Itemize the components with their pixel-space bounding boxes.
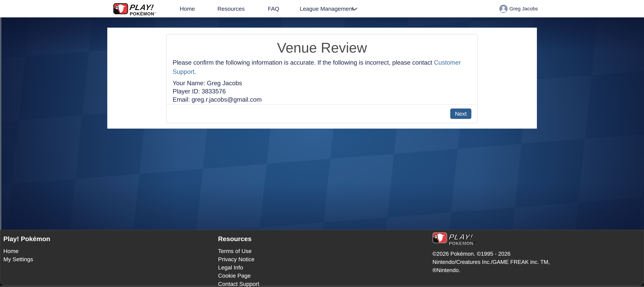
confirmation-message: Please confirm the following information… (173, 58, 471, 76)
footer-link-privacy-notice[interactable]: Privacy Notice (218, 255, 259, 263)
next-button[interactable]: Next (450, 108, 471, 119)
footer-link-contact-support[interactable]: Contact Support (218, 280, 259, 287)
footer-logo-play-text: PLAY! (448, 233, 474, 241)
play-pokemon-logo-icon (113, 3, 128, 15)
footer-heading-resources: Resources (218, 235, 259, 243)
card-footer: Next (166, 104, 478, 123)
content-container: Venue Review Please confirm the followin… (107, 28, 537, 129)
copyright-notice: ©2026 Pokémon. ©1995 - 2026 Nintendo/Cre… (432, 250, 550, 274)
venue-review-card: Venue Review Please confirm the followin… (166, 34, 478, 123)
footer-column-legal: PLAY! POKÉMON™ ©2026 Pokémon. ©1995 - 20… (432, 230, 550, 274)
confirmation-text: Please confirm the following information… (173, 59, 434, 66)
confirmation-text-suffix: . (194, 68, 196, 75)
nav-item-league-management[interactable]: League Management (300, 5, 354, 12)
window-edge-decoration (0, 17, 1, 230)
nav-item-faq[interactable]: FAQ (268, 5, 279, 12)
footer-logo-tm-mark: ™ (474, 242, 476, 244)
copyright-line-3: ®Nintendo. (432, 266, 550, 274)
bottom-edge-decoration (0, 286, 644, 287)
play-pokemon-wordmark: PLAY! POKÉMON™ (130, 3, 156, 16)
page-title: Venue Review (166, 39, 478, 56)
player-id-line: Player ID: 3833576 (173, 87, 471, 95)
logo-play-text: PLAY! (129, 3, 154, 11)
page-footer: Play! Pokémon Home My Settings Resources… (0, 230, 644, 286)
footer-play-pokemon-logo-icon (432, 232, 447, 244)
footer-link-legal-info[interactable]: Legal Info (218, 263, 259, 272)
player-name-line: Your Name: Greg Jacobs (173, 79, 471, 87)
nav-item-resources[interactable]: Resources (218, 5, 245, 12)
user-menu[interactable]: Greg Jacobs (499, 4, 538, 13)
top-navigation-bar: PLAY! POKÉMON™ Home Resources FAQ League… (0, 0, 644, 17)
user-name-label: Greg Jacobs (510, 6, 538, 11)
copyright-line-1: ©2026 Pokémon. ©1995 - 2026 (432, 250, 550, 258)
play-pokemon-logo[interactable]: PLAY! POKÉMON™ (113, 3, 164, 14)
footer-link-terms-of-use[interactable]: Terms of Use (218, 247, 259, 255)
footer-column-resources: Resources Terms of Use Privacy Notice Le… (218, 230, 259, 287)
page: PLAY! POKÉMON™ Home Resources FAQ League… (0, 0, 644, 287)
footer-column-play-pokemon: Play! Pokémon Home My Settings (3, 230, 50, 263)
user-avatar-icon (499, 5, 508, 13)
footer-link-my-settings[interactable]: My Settings (3, 255, 50, 263)
main-background: Venue Review Please confirm the followin… (0, 17, 644, 230)
nav-item-home[interactable]: Home (180, 5, 195, 12)
chevron-down-icon[interactable] (352, 7, 357, 11)
footer-link-home[interactable]: Home (3, 247, 50, 255)
logo-pokemon-text: POKÉMON (130, 11, 154, 16)
player-info-block: Your Name: Greg Jacobs Player ID: 383357… (173, 79, 471, 104)
logo-tm-mark: ™ (154, 12, 156, 14)
copyright-line-2: Nintendo/Creatures Inc./GAME FREAK inc. … (432, 258, 550, 266)
player-email-line: Email: greg.r.jacobs@gmail.com (173, 95, 471, 104)
footer-logo-pokemon-text: POKÉMON (449, 241, 474, 246)
footer-heading-play-pokemon: Play! Pokémon (3, 235, 50, 243)
footer-play-pokemon-logo: PLAY! POKÉMON™ (432, 232, 486, 245)
footer-link-cookie-page[interactable]: Cookie Page (218, 272, 259, 280)
